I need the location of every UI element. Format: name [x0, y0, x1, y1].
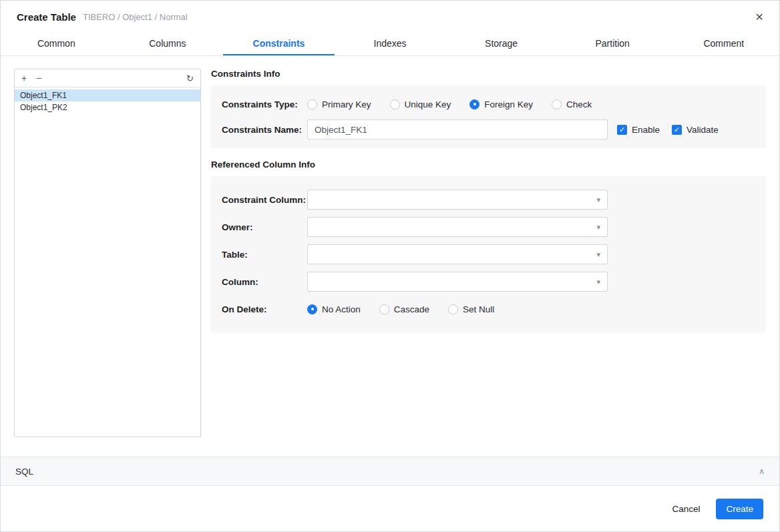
validate-checkbox[interactable]: ✓ Validate	[672, 125, 719, 135]
chevron-up-icon: ∧	[759, 467, 765, 476]
sql-section-label: SQL	[15, 467, 33, 477]
caret-down-icon: ▾	[596, 223, 600, 232]
checkbox-checked-icon: ✓	[617, 125, 627, 135]
tab-bar: Common Columns Constraints Indexes Stora…	[1, 33, 779, 56]
radio-icon	[552, 99, 562, 109]
checkbox-label: Enable	[632, 125, 660, 135]
constraint-column-label: Constraint Column:	[222, 195, 307, 205]
on-delete-label: On Delete:	[222, 304, 307, 314]
constraint-detail: Constraints Info Constraints Type: Prima…	[211, 69, 766, 457]
radio-icon	[448, 304, 458, 314]
radio-label: Primary Key	[322, 99, 371, 109]
list-item-object1-pk2[interactable]: Object1_PK2	[15, 101, 200, 113]
enable-checkbox[interactable]: ✓ Enable	[617, 125, 660, 135]
radio-set-null[interactable]: Set Null	[448, 304, 494, 314]
caret-down-icon: ▾	[596, 278, 600, 286]
list-item-object1-fk1[interactable]: Object1_FK1	[15, 89, 200, 101]
radio-foreign-key[interactable]: Foreign Key	[469, 99, 533, 109]
owner-row: Owner: ▾	[222, 217, 755, 237]
caret-down-icon: ▾	[596, 250, 600, 259]
dialog-title: Create Table	[17, 11, 76, 23]
create-button[interactable]: Create	[716, 499, 763, 519]
constraint-list-toolbar: + − ↻	[15, 69, 200, 87]
radio-label: Foreign Key	[484, 99, 533, 109]
constraints-name-input[interactable]	[307, 119, 608, 140]
radio-no-action[interactable]: No Action	[307, 304, 361, 314]
add-constraint-icon[interactable]: +	[21, 73, 27, 83]
constraints-name-label: Constraints Name:	[222, 125, 307, 135]
tab-indexes[interactable]: Indexes	[335, 33, 446, 55]
radio-icon	[390, 99, 400, 109]
tab-comment[interactable]: Comment	[668, 33, 779, 55]
table-label: Table:	[222, 250, 307, 260]
close-icon[interactable]: ×	[755, 10, 763, 23]
constraints-type-radio-group: Primary Key Unique Key Foreign Key	[307, 99, 610, 109]
constraints-name-row: Constraints Name: ✓ Enable ✓ Validate	[222, 117, 755, 142]
sql-section-toggle[interactable]: SQL ∧	[1, 457, 779, 486]
referenced-column-info-heading: Referenced Column Info	[211, 160, 766, 170]
referenced-column-info-panel: Constraint Column: ▾ Owner: ▾ Table:	[211, 176, 766, 332]
caret-down-icon: ▾	[596, 196, 600, 204]
constraint-column-select[interactable]: ▾	[307, 190, 608, 210]
radio-checked-icon	[469, 99, 479, 109]
radio-checked-icon	[307, 304, 317, 314]
owner-select[interactable]: ▾	[307, 217, 608, 237]
radio-unique-key[interactable]: Unique Key	[390, 99, 451, 109]
tab-columns[interactable]: Columns	[112, 33, 224, 55]
constraints-type-row: Constraints Type: Primary Key Unique Key	[222, 91, 755, 117]
column-label: Column:	[222, 277, 307, 287]
constraint-list-panel: + − ↻ Object1_FK1 Object1_PK2	[14, 69, 201, 437]
table-select[interactable]: ▾	[307, 244, 608, 264]
table-row: Table: ▾	[222, 244, 755, 264]
tab-constraints[interactable]: Constraints	[223, 33, 335, 55]
constraints-info-heading: Constraints Info	[211, 69, 766, 79]
radio-cascade[interactable]: Cascade	[379, 304, 429, 314]
main-area: + − ↻ Object1_FK1 Object1_PK2 Constraint…	[1, 56, 779, 457]
cancel-button[interactable]: Cancel	[668, 499, 704, 519]
owner-label: Owner:	[222, 222, 307, 232]
constraint-column-row: Constraint Column: ▾	[222, 190, 755, 210]
radio-icon	[379, 304, 389, 314]
constraints-info-panel: Constraints Type: Primary Key Unique Key	[211, 85, 766, 148]
constraints-type-label: Constraints Type:	[222, 99, 307, 109]
on-delete-radio-group: No Action Cascade Set Null	[307, 304, 513, 314]
tab-storage[interactable]: Storage	[445, 33, 557, 55]
checkbox-checked-icon: ✓	[672, 125, 682, 135]
radio-primary-key[interactable]: Primary Key	[307, 99, 371, 109]
dialog-subtitle: TIBERO / Object1 / Normal	[83, 12, 188, 22]
radio-check[interactable]: Check	[552, 99, 592, 109]
column-select[interactable]: ▾	[307, 272, 608, 292]
radio-icon	[307, 99, 317, 109]
constraint-list: Object1_FK1 Object1_PK2	[15, 87, 200, 437]
radio-label: No Action	[322, 304, 361, 314]
dialog-header: Create Table TIBERO / Object1 / Normal ×	[1, 1, 779, 33]
tab-common[interactable]: Common	[1, 33, 112, 55]
remove-constraint-icon[interactable]: −	[36, 73, 41, 83]
column-row: Column: ▾	[222, 272, 755, 292]
dialog-footer: Cancel Create	[1, 486, 779, 531]
create-table-dialog: Create Table TIBERO / Object1 / Normal ×…	[0, 0, 780, 532]
tab-partition[interactable]: Partition	[557, 33, 668, 55]
checkbox-label: Validate	[687, 125, 719, 135]
on-delete-row: On Delete: No Action Cascade Set Null	[222, 299, 755, 319]
radio-label: Check	[566, 99, 592, 109]
constraint-flags: ✓ Enable ✓ Validate	[617, 125, 731, 135]
radio-label: Set Null	[463, 304, 494, 314]
radio-label: Cascade	[394, 304, 429, 314]
radio-label: Unique Key	[405, 99, 451, 109]
refresh-icon[interactable]: ↻	[186, 74, 194, 83]
